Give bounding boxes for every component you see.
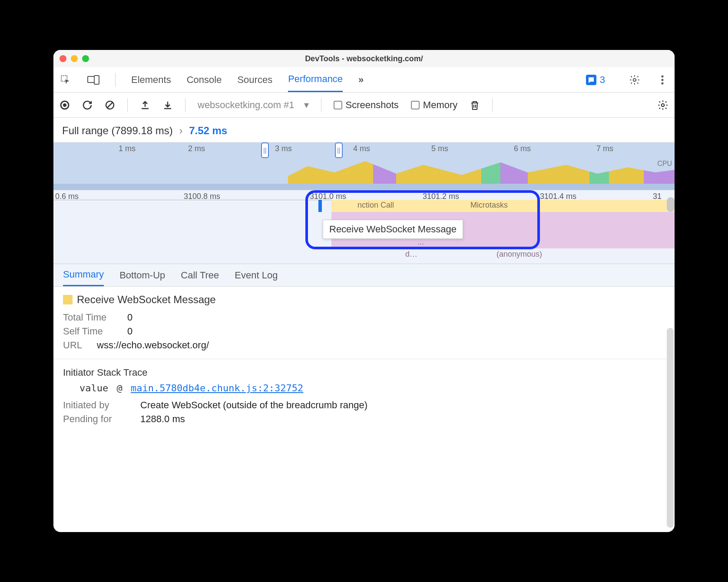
breadcrumb-range: Full range (7899.18 ms) › 7.52 ms — [53, 118, 675, 142]
svg-point-4 — [662, 75, 664, 77]
upload-button[interactable] — [140, 100, 150, 110]
svg-point-8 — [63, 103, 66, 107]
flame-chart[interactable]: 0.6 ms 3100.8 ms 3101.0 ms 3101.2 ms 310… — [53, 190, 675, 264]
self-time-value: 0 — [127, 326, 132, 337]
recording-selector[interactable]: websocketking.com #1 ▾ — [198, 99, 309, 111]
overview-tick: 3 ms — [275, 144, 292, 153]
collect-garbage-button[interactable] — [470, 99, 480, 111]
more-menu-icon[interactable] — [656, 75, 668, 85]
flame-entry-label: d… — [405, 250, 417, 259]
self-time-label: Self Time — [63, 326, 119, 337]
tab-performance[interactable]: Performance — [288, 67, 343, 92]
tab-bottom-up[interactable]: Bottom-Up — [119, 264, 165, 286]
record-button[interactable] — [60, 100, 70, 110]
event-name: Receive WebSocket Message — [77, 294, 216, 306]
stack-at: @ — [116, 383, 122, 394]
cpu-activity-graph — [288, 159, 675, 184]
timeline-overview[interactable]: 1 ms 2 ms 3 ms 4 ms 5 ms 6 ms 7 ms CPU N… — [53, 142, 675, 190]
issues-button[interactable]: 3 — [586, 74, 605, 86]
window-title: DevTools - websocketking.com/ — [53, 54, 675, 63]
summary-panel: Receive WebSocket Message Total Time0 Se… — [53, 287, 675, 434]
range-handle-right[interactable]: || — [335, 142, 343, 158]
checkbox-icon — [334, 101, 342, 109]
net-strip — [53, 184, 675, 190]
stack-fn: value — [79, 383, 108, 394]
overview-tick: 7 ms — [596, 144, 613, 153]
reload-record-button[interactable] — [82, 100, 93, 110]
tab-event-log[interactable]: Event Log — [235, 264, 278, 286]
screenshots-label: Screenshots — [346, 99, 399, 111]
range-handle-left[interactable]: || — [261, 142, 269, 158]
pending-for-value: 1288.0 ms — [140, 413, 185, 425]
separator — [492, 98, 493, 112]
full-range-label[interactable]: Full range (7899.18 ms) — [62, 125, 173, 136]
tab-console[interactable]: Console — [187, 67, 222, 92]
overview-tick: 4 ms — [353, 144, 370, 153]
performance-toolbar: websocketking.com #1 ▾ Screenshots Memor… — [53, 93, 675, 118]
svg-rect-2 — [94, 76, 99, 84]
svg-point-6 — [662, 82, 664, 84]
overview-tick: 1 ms — [119, 144, 136, 153]
tab-sources[interactable]: Sources — [237, 67, 272, 92]
chevron-down-icon: ▾ — [304, 99, 309, 111]
issues-count: 3 — [600, 74, 605, 86]
chevron-right-icon: › — [179, 125, 182, 136]
divider — [53, 359, 675, 359]
minimize-window-button[interactable] — [71, 55, 78, 62]
tab-elements[interactable]: Elements — [131, 67, 171, 92]
titlebar: DevTools - websocketking.com/ — [53, 50, 675, 67]
url-value: wss://echo.websocket.org/ — [97, 340, 209, 351]
total-time-value: 0 — [127, 312, 132, 323]
svg-point-5 — [662, 79, 664, 81]
traffic-lights — [60, 55, 89, 62]
event-tooltip: Receive WebSocket Message — [323, 220, 463, 239]
flame-entry-label: (anonymous) — [496, 250, 542, 259]
device-toolbar-icon[interactable] — [87, 75, 99, 85]
svg-point-10 — [662, 103, 665, 106]
svg-point-3 — [633, 78, 636, 81]
separator — [127, 98, 128, 112]
overview-tick: 5 ms — [431, 144, 448, 153]
stack-trace-heading: Initiator Stack Trace — [63, 367, 665, 378]
screenshots-checkbox[interactable]: Screenshots — [334, 99, 399, 111]
devtools-window: DevTools - websocketking.com/ Elements C… — [53, 50, 675, 532]
overview-tick: 2 ms — [188, 144, 205, 153]
issues-icon — [586, 75, 596, 85]
tabs-overflow-button[interactable]: » — [358, 67, 364, 92]
flame-scrollbar[interactable] — [667, 197, 675, 212]
tab-divider — [115, 73, 116, 87]
checkbox-icon — [411, 101, 420, 109]
detail-tabs: Summary Bottom-Up Call Tree Event Log — [53, 264, 675, 287]
close-window-button[interactable] — [60, 55, 66, 62]
summary-header: Receive WebSocket Message — [63, 294, 665, 306]
memory-label: Memory — [423, 99, 457, 111]
selection-duration[interactable]: 7.52 ms — [189, 125, 227, 136]
pending-for-label: Pending for — [63, 413, 132, 425]
separator — [185, 98, 185, 112]
initiated-by-value: Create WebSocket (outside of the breadcr… — [140, 400, 367, 411]
inspect-element-icon[interactable] — [60, 74, 72, 86]
tab-call-tree[interactable]: Call Tree — [181, 264, 219, 286]
memory-checkbox[interactable]: Memory — [411, 99, 457, 111]
recording-name: websocketking.com #1 — [198, 99, 295, 111]
main-tabbar: Elements Console Sources Performance » 3 — [53, 67, 675, 93]
tab-summary[interactable]: Summary — [63, 264, 104, 286]
total-time-label: Total Time — [63, 312, 119, 323]
download-button[interactable] — [162, 100, 173, 110]
category-swatch — [63, 295, 73, 304]
stack-source-link[interactable]: main.5780db4e.chunk.js:2:32752 — [131, 383, 303, 394]
url-label: URL — [63, 340, 89, 351]
stack-frame: value @ main.5780db4e.chunk.js:2:32752 — [79, 383, 665, 394]
capture-settings-icon[interactable] — [657, 99, 668, 111]
settings-icon[interactable] — [629, 74, 641, 86]
zoom-window-button[interactable] — [82, 55, 89, 62]
separator — [321, 98, 321, 112]
clear-button[interactable] — [105, 100, 115, 110]
initiated-by-label: Initiated by — [63, 400, 132, 411]
cpu-label: CPU — [657, 160, 672, 168]
overview-tick: 6 ms — [514, 144, 531, 153]
panel-scrollbar[interactable] — [667, 328, 674, 528]
